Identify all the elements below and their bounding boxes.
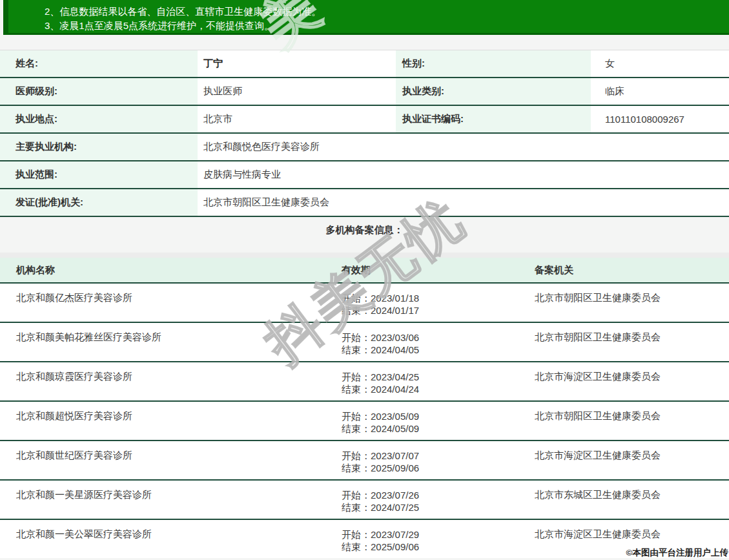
main-org-value: 北京和颜悦色医疗美容诊所 [198,134,729,160]
validity-dates: 开始：2023/07/29 结束：2025/09/06 [328,528,519,558]
column-header-org: 机构名称 [0,264,328,276]
scope-value: 皮肤病与性病专业 [198,161,729,188]
table-row: 姓名: 丁宁 性别: 女 [0,50,729,78]
table-row: 北京和颜超悦医疗美容诊所 开始：2023/05/09 结束：2024/05/09… [0,400,729,440]
org-name: 北京和颜世纪医疗美容诊所 [0,450,328,479]
org-name: 北京和颜超悦医疗美容诊所 [0,410,328,440]
org-name: 北京和颜一美公翠医疗美容诊所 [0,528,328,558]
end-date: 2024/07/25 [371,502,419,513]
start-date: 2023/03/06 [371,332,419,343]
start-date: 2023/07/07 [371,450,419,461]
name-value: 丁宁 [198,50,396,77]
issuer-value: 北京市朝阳区卫生健康委员会 [198,189,729,216]
start-date: 2023/01/18 [371,293,419,304]
org-name: 北京和颜一美星源医疗美容诊所 [0,489,328,519]
start-date: 2023/05/09 [371,411,419,422]
doctor-info-table: 姓名: 丁宁 性别: 女 医师级别: 执业医师 执业类别: 临床 执业地点: 北… [0,50,729,217]
start-date: 2023/07/26 [371,490,419,501]
notice-line-3: 3、凌晨1点至凌晨5点系统进行维护，不能提供查询。 [45,19,723,33]
category-label: 执业类别: [396,78,591,105]
validity-dates: 开始：2023/04/25 结束：2024/04/24 [328,371,519,400]
end-date: 2024/04/24 [371,384,419,395]
level-label: 医师级别: [0,78,198,105]
filings-section-title: 多机构备案信息： [0,217,729,253]
table-row: 北京和颜亿杰医疗美容诊所 开始：2023/01/18 结束：2024/01/17… [0,282,729,322]
category-value: 临床 [591,78,729,105]
name-label: 姓名: [0,50,198,77]
issuer-label: 发证(批准)机关: [0,189,198,216]
start-date: 2023/04/25 [371,371,419,382]
table-row: 北京和颜琼霞医疗美容诊所 开始：2023/04/25 结束：2024/04/24… [0,361,729,400]
table-row: 执业地点: 北京市 执业证书编码: 110110108009267 [0,106,729,134]
filing-authority: 北京市朝阳区卫生健康委员会 [519,410,729,440]
filing-authority: 北京市海淀区卫生健康委员会 [519,371,729,400]
end-date: 2025/09/06 [371,541,419,552]
location-value: 北京市 [198,106,396,132]
copyright-stamp: ©本图由平台注册用户上传 [626,547,728,559]
registration-result-page: 2、信息数据结果以各省、自治区、直辖市卫生健康委数据为准。 3、凌晨1点至凌晨5… [0,0,729,560]
end-date: 2024/01/17 [371,305,419,316]
table-row: 发证(批准)机关: 北京市朝阳区卫生健康委员会 [0,189,729,217]
validity-dates: 开始：2023/07/07 结束：2025/09/06 [328,450,519,479]
end-date: 2024/05/09 [371,423,419,434]
org-name: 北京和颜琼霞医疗美容诊所 [0,371,328,400]
table-row: 执业范围: 皮肤病与性病专业 [0,161,729,189]
end-date: 2025/09/06 [371,462,419,473]
table-row: 北京和颜一美公翠医疗美容诊所 开始：2023/07/29 结束：2025/09/… [0,519,729,558]
table-row: 北京和颜美帕花雅丝医疗美容诊所 开始：2023/03/06 结束：2024/04… [0,322,729,361]
column-header-authority: 备案机关 [519,264,729,276]
filing-authority: 北京市朝阳区卫生健康委员会 [519,331,729,361]
end-date: 2024/04/05 [371,344,419,355]
validity-dates: 开始：2023/01/18 结束：2024/01/17 [328,292,519,322]
validity-dates: 开始：2023/05/09 结束：2024/05/09 [328,410,519,440]
notice-line-2: 2、信息数据结果以各省、自治区、直辖市卫生健康委数据为准。 [45,5,723,19]
notice-banner: 2、信息数据结果以各省、自治区、直辖市卫生健康委数据为准。 3、凌晨1点至凌晨5… [3,0,729,35]
section-divider [0,253,729,258]
table-row: 主要执业机构: 北京和颜悦色医疗美容诊所 [0,134,729,161]
cert-number-value: 110110108009267 [591,106,729,132]
table-row: 医师级别: 执业医师 执业类别: 临床 [0,78,729,106]
table-row: 北京和颜一美星源医疗美容诊所 开始：2023/07/26 结束：2024/07/… [0,479,729,519]
main-org-label: 主要执业机构: [0,134,198,160]
column-header-validity: 有效期 [328,264,519,276]
start-date: 2023/07/29 [371,529,419,540]
table-row: 北京和颜世纪医疗美容诊所 开始：2023/07/07 结束：2025/09/06… [0,440,729,479]
validity-dates: 开始：2023/07/26 结束：2024/07/25 [328,489,519,519]
org-name: 北京和颜美帕花雅丝医疗美容诊所 [0,331,328,361]
cert-number-label: 执业证书编码: [396,106,591,132]
scope-label: 执业范围: [0,161,198,188]
org-name: 北京和颜亿杰医疗美容诊所 [0,292,328,322]
filing-authority: 北京市海淀区卫生健康委员会 [519,450,729,479]
filings-header-row: 机构名称 有效期 备案机关 [0,258,729,282]
filings-table: 北京和颜亿杰医疗美容诊所 开始：2023/01/18 结束：2024/01/17… [0,282,729,558]
gender-label: 性别: [396,50,591,77]
validity-dates: 开始：2023/03/06 结束：2024/04/05 [328,331,519,361]
gender-value: 女 [591,50,729,77]
filing-authority: 北京市东城区卫生健康委员会 [519,489,729,519]
level-value: 执业医师 [198,78,396,105]
filing-authority: 北京市朝阳区卫生健康委员会 [519,292,729,322]
location-label: 执业地点: [0,106,198,132]
